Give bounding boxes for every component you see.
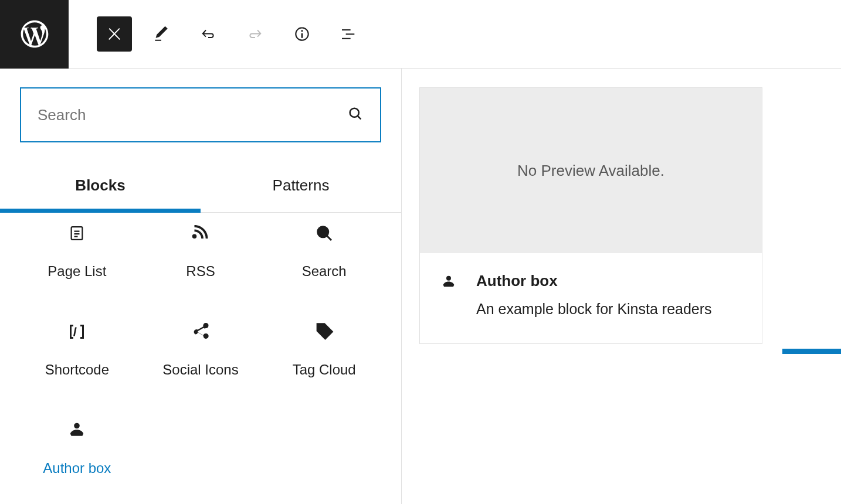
undo-icon [199,25,218,43]
svg-point-6 [446,276,451,281]
top-toolbar [0,0,841,69]
block-label: Page List [48,263,106,280]
block-preview-card: No Preview Available. Author box An exam… [419,87,762,344]
redo-button[interactable] [238,16,273,52]
preview-text: Author box An example block for Kinsta r… [476,272,712,318]
info-icon [293,25,311,43]
search-input[interactable] [38,106,364,124]
search-block-icon [313,222,335,244]
content-area: Blocks Patterns Page List RSS [0,69,841,504]
undo-button[interactable] [191,16,226,52]
inserter-tabs: Blocks Patterns [0,162,401,213]
preview-pane: No Preview Available. Author box An exam… [402,69,841,504]
preview-title: Author box [476,272,712,290]
svg-point-0 [350,108,359,117]
block-label: Tag Cloud [293,362,356,378]
search-icon [347,105,364,124]
pencil-icon [152,25,171,43]
rss-icon [189,222,212,244]
redo-icon [246,25,264,43]
tab-patterns[interactable]: Patterns [201,162,401,212]
tag-icon [313,321,335,343]
svg-point-4 [320,327,322,329]
block-label: RSS [186,263,215,280]
block-tag-cloud[interactable]: Tag Cloud [262,315,386,384]
author-icon [66,419,88,441]
block-label: Search [302,263,347,280]
block-search[interactable]: Search [262,216,386,285]
blocks-grid: Page List RSS Search Shortcode [0,213,401,482]
close-icon [105,25,124,43]
share-icon [189,321,212,343]
outline-icon [340,25,358,43]
toolbar-buttons [69,16,367,52]
tab-underline [0,209,201,213]
block-label: Author box [43,460,111,476]
svg-line-3 [327,236,331,241]
details-button[interactable] [284,16,320,52]
preview-description: An example block for Kinsta readers [476,301,712,318]
block-shortcode[interactable]: Shortcode [15,315,139,384]
close-inserter-button[interactable] [97,16,132,52]
search-box[interactable] [20,87,381,142]
list-view-button[interactable] [331,16,367,52]
block-page-list[interactable]: Page List [15,216,139,285]
shortcode-icon [66,321,88,343]
block-author-box[interactable]: Author box [15,413,139,482]
accent-strip [782,349,841,354]
preview-author-icon [440,273,460,293]
wordpress-icon [18,18,51,50]
page-list-icon [66,222,88,244]
tab-blocks[interactable]: Blocks [0,162,201,212]
svg-line-1 [358,116,361,119]
block-inserter-panel: Blocks Patterns Page List RSS [0,69,402,504]
preview-placeholder: No Preview Available. [420,88,762,253]
block-label: Shortcode [45,362,109,378]
wordpress-logo[interactable] [0,0,69,69]
search-wrapper [0,69,401,149]
block-rss[interactable]: RSS [139,216,263,285]
block-social-icons[interactable]: Social Icons [139,315,263,384]
edit-button[interactable] [144,16,179,52]
svg-point-2 [317,227,328,237]
preview-info: Author box An example block for Kinsta r… [420,253,762,343]
block-label: Social Icons [162,362,238,378]
svg-point-5 [74,423,80,429]
